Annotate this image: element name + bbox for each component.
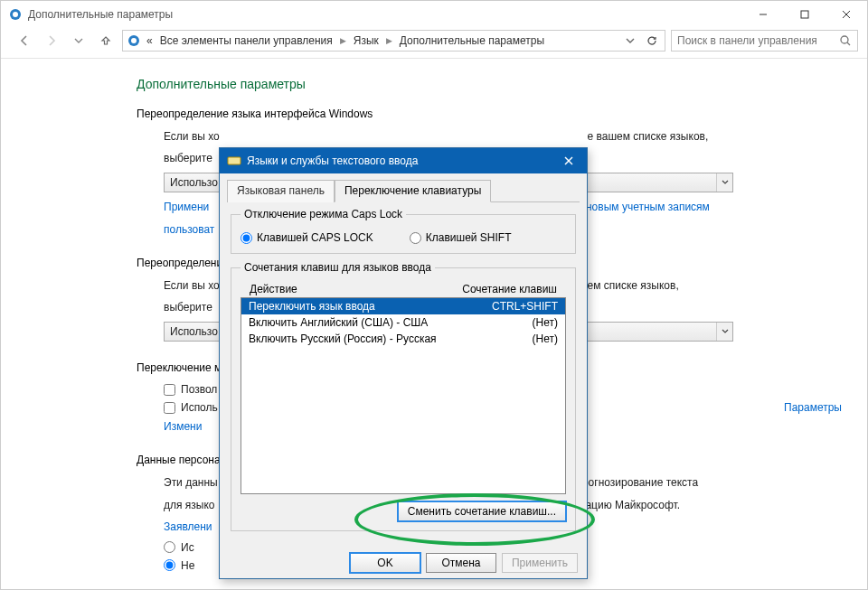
capslock-legend: Отключение режима Caps Lock (241, 208, 406, 220)
svg-rect-10 (228, 157, 241, 164)
text: ем списке языков, (587, 279, 678, 292)
address-bar[interactable]: « Все элементы панели управления ▶ Язык … (122, 30, 665, 52)
text: Эти данны (164, 476, 218, 489)
hotkeys-group: Сочетания клавиш для языков ввода Действ… (231, 261, 576, 531)
list-header: Действие Сочетание клавиш (241, 281, 566, 297)
caps-lock-radio-label: Клавишей CAPS LOCK (241, 231, 373, 244)
radio-label: Ис (181, 541, 194, 554)
allow-checkbox[interactable] (164, 384, 175, 396)
chevron-down-icon (716, 323, 732, 341)
shift-radio-label: Клавишей SHIFT (410, 231, 512, 244)
svg-rect-3 (801, 11, 808, 18)
maximize-button[interactable] (784, 1, 826, 28)
parameters-link[interactable]: Параметры (784, 401, 842, 414)
search-input[interactable] (677, 34, 835, 47)
users-link[interactable]: пользоват (164, 223, 214, 236)
address-dropdown[interactable] (621, 32, 639, 50)
tab-language-bar[interactable]: Языковая панель (227, 180, 335, 202)
close-button[interactable] (826, 1, 867, 28)
cell-combo: (Нет) (533, 332, 558, 345)
crumb-lang[interactable]: Язык (352, 34, 381, 47)
svg-point-1 (13, 12, 18, 17)
up-button[interactable] (95, 30, 117, 52)
list-row[interactable]: Включить Английский (США) - США (Нет) (241, 314, 565, 331)
back-button[interactable] (14, 30, 35, 52)
hotkeys-legend: Сочетания клавиш для языков ввода (241, 261, 435, 274)
chevron-right-icon[interactable]: ▶ (384, 36, 394, 45)
text: Если вы хо (164, 130, 220, 143)
minimize-button[interactable] (742, 1, 784, 28)
change-link[interactable]: Измени (164, 420, 202, 433)
globe-icon (127, 33, 141, 48)
forward-button[interactable] (41, 30, 62, 52)
dialog-title-bar: Языки и службы текстового ввода (220, 148, 587, 173)
change-hotkey-button[interactable]: Сменить сочетание клавиш... (398, 501, 566, 521)
cell-action: Включить Английский (США) - США (249, 316, 428, 329)
list-row[interactable]: Переключить язык ввода CTRL+SHIFT (241, 298, 565, 314)
dialog-close-button[interactable] (556, 152, 581, 170)
radio-text: Клавишей CAPS LOCK (257, 231, 373, 244)
statement-link[interactable]: Заявлени (164, 520, 212, 533)
use-checkbox[interactable] (164, 402, 175, 414)
capslock-key-radio[interactable] (241, 232, 252, 244)
chevron-down-icon (716, 173, 732, 192)
cell-action: Переключить язык ввода (249, 300, 375, 313)
dialog-title: Языки и службы текстового ввода (247, 155, 551, 167)
ok-button[interactable]: OK (350, 553, 420, 573)
hotkeys-listbox[interactable]: Переключить язык ввода CTRL+SHIFT Включи… (241, 297, 566, 494)
capslock-group: Отключение режима Caps Lock Клавишей CAP… (231, 208, 576, 254)
cell-action: Включить Русский (Россия) - Русская (249, 332, 437, 345)
crumb-advanced[interactable]: Дополнительные параметры (398, 34, 546, 47)
search-icon (839, 34, 852, 47)
svg-point-8 (841, 36, 848, 43)
radio-text: Клавишей SHIFT (426, 231, 512, 244)
text: Если вы хо (164, 279, 220, 292)
chevron-right-icon[interactable]: ▶ (338, 36, 348, 45)
svg-line-9 (847, 42, 850, 45)
use-radio[interactable] (164, 541, 175, 553)
nav-bar: « Все элементы панели управления ▶ Язык … (1, 28, 867, 59)
col-combo: Сочетание клавиш (462, 283, 557, 295)
apply-link[interactable]: Примени (164, 201, 209, 213)
section-override-ui-lang: Переопределение языка интерфейса Windows (137, 108, 842, 120)
cancel-button[interactable]: Отмена (426, 553, 496, 573)
crumb-all[interactable]: Все элементы панели управления (158, 34, 335, 47)
dont-use-radio[interactable] (164, 559, 175, 571)
window-icon (8, 7, 23, 22)
checkbox-label: Позвол (181, 383, 217, 396)
apply-link-tail[interactable]: и новым учетным записям (577, 201, 710, 213)
text: для языко (164, 499, 215, 511)
text-services-dialog: Языки и службы текстового ввода Языковая… (219, 147, 588, 579)
refresh-button[interactable] (643, 32, 661, 50)
list-row[interactable]: Включить Русский (Россия) - Русская (Нет… (241, 331, 565, 347)
window-title: Дополнительные параметры (28, 8, 742, 21)
col-action: Действие (250, 283, 297, 295)
recent-dropdown[interactable] (68, 30, 90, 52)
dialog-button-row: OK Отмена Применить (220, 548, 587, 578)
apply-button[interactable]: Применить (502, 553, 578, 573)
cell-combo: (Нет) (533, 316, 558, 329)
tab-switch-keyboard[interactable]: Переключение клавиатуры (335, 180, 491, 202)
radio-label: Не (181, 559, 194, 572)
crumb-prefix[interactable]: « (145, 34, 155, 47)
page-title: Дополнительные параметры (137, 77, 842, 91)
search-box[interactable] (671, 30, 858, 52)
text: е вашем списке языков, (587, 130, 708, 143)
shift-key-radio[interactable] (410, 232, 421, 244)
dialog-tabs: Языковая панель Переключение клавиатуры (227, 179, 580, 202)
cell-combo: CTRL+SHIFT (492, 300, 558, 313)
keyboard-icon (227, 154, 241, 168)
title-bar: Дополнительные параметры (1, 1, 867, 28)
svg-point-7 (131, 38, 137, 43)
checkbox-label: Исполь (181, 401, 218, 414)
